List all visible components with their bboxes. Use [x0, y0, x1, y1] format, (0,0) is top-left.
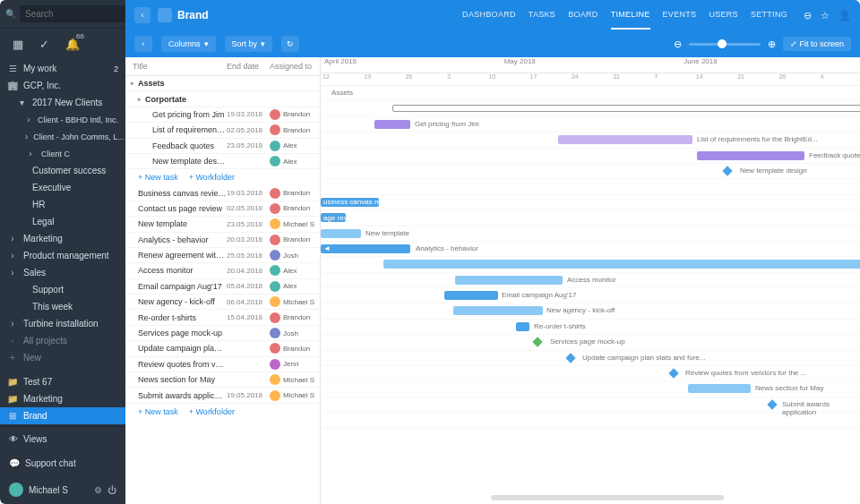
task-row[interactable]: List of requirements for the Brig...02.0… — [125, 123, 320, 138]
chevron-down-icon: ▾ — [204, 39, 209, 48]
new-task-button[interactable]: + New task — [138, 173, 178, 182]
task-row[interactable]: Contact us page review02.05.2018Brandon — [125, 201, 320, 217]
task-row[interactable]: Update campaign plan stats and for...Bra… — [125, 341, 320, 356]
sidebar-item[interactable]: Customer success — [0, 162, 125, 179]
views-link[interactable]: 👁 Views — [0, 427, 125, 451]
new-folder-button[interactable]: + Workfolder — [189, 407, 235, 416]
current-user[interactable]: Michael S ⚙⏻ — [0, 475, 125, 504]
sidebar-item[interactable]: ›Client C — [0, 145, 125, 162]
sidebar-item[interactable]: ☰My work2 — [0, 60, 125, 77]
task-row[interactable]: Feedback quotes23.05.2018Alex — [125, 139, 320, 154]
gantt-bar[interactable] — [558, 135, 692, 144]
sidebar-item[interactable]: ›Client - John Comms, L... — [0, 128, 125, 145]
task-row[interactable]: ▸Corportate — [125, 91, 320, 107]
bar-label: Feedback quotes — [809, 151, 860, 159]
scrollbar[interactable] — [491, 495, 724, 500]
milestone[interactable] — [668, 368, 678, 378]
fit-to-screen-button[interactable]: ⤢ Fit to screen — [783, 37, 851, 51]
task-row[interactable]: Review quotes from vendors for the ...Je… — [125, 357, 320, 372]
milestone[interactable] — [767, 399, 777, 409]
sort-button[interactable]: Sort by ▾ — [225, 36, 273, 52]
gantt-bar[interactable] — [688, 384, 751, 393]
star-icon[interactable]: ☆ — [821, 10, 830, 21]
task-row[interactable]: Business canvas review Q119.03.2018Brand… — [125, 185, 320, 201]
milestone[interactable] — [532, 337, 542, 347]
gear-icon[interactable]: ⚙ — [94, 485, 102, 495]
zoom-out-icon[interactable]: ⊖ — [674, 38, 682, 50]
sidebar-item[interactable]: ›Product management — [0, 247, 125, 264]
gantt-bar[interactable] — [444, 291, 498, 300]
milestone[interactable] — [722, 166, 732, 175]
gantt-bar[interactable]: age review — [321, 213, 346, 222]
tab[interactable]: TASKS — [529, 1, 555, 30]
sidebar-item[interactable]: HR — [0, 196, 125, 213]
gantt-bar[interactable] — [455, 276, 563, 285]
tab[interactable]: EVENTS — [663, 1, 697, 30]
expand-icon[interactable]: ▸ — [131, 80, 138, 87]
bar-label: Assets — [331, 89, 353, 97]
gantt-bar[interactable] — [392, 105, 860, 112]
gantt-bar[interactable] — [321, 229, 361, 238]
columns-button[interactable]: Columns ▾ — [161, 36, 216, 52]
sidebar-item[interactable]: Executive — [0, 179, 125, 196]
refresh-button[interactable]: ↻ — [281, 36, 299, 52]
task-row[interactable]: Services page mock-upJosh — [125, 326, 320, 341]
sidebar-item[interactable]: This week — [0, 298, 125, 315]
grid-icon[interactable]: ▦ — [13, 38, 23, 51]
sync-icon[interactable]: ⊖ — [804, 10, 812, 21]
task-title: List of requirements for the Brig... — [152, 125, 227, 134]
back-button[interactable]: ‹ — [134, 7, 150, 23]
task-row[interactable]: New template23.05.2018Michael S — [125, 217, 320, 232]
sidebar-item[interactable]: ›Client - BBHD Intl, Inc. — [0, 111, 125, 128]
sidebar-item[interactable]: +New — [0, 349, 125, 366]
collapse-button[interactable]: ‹ — [134, 36, 152, 52]
gantt-bar[interactable] — [383, 260, 860, 269]
support-chat[interactable]: 💬 Support chat — [0, 451, 125, 475]
task-row[interactable]: News section for MayMichael S — [125, 372, 320, 388]
gantt-bar[interactable] — [697, 151, 804, 160]
task-row[interactable]: Submit awards application19.05.2018Micha… — [125, 388, 320, 403]
sidebar-item[interactable]: 📁Test 67 — [0, 373, 125, 390]
sidebar-item[interactable]: ⊞Brand — [0, 407, 125, 424]
sidebar-item[interactable]: ▾2017 New Clients — [0, 94, 125, 111]
gantt-bar[interactable] — [516, 322, 529, 331]
sidebar-item[interactable]: 🏢GCP, Inc. — [0, 77, 125, 94]
expand-icon[interactable]: ▸ — [138, 96, 145, 103]
tab[interactable]: TIMELINE — [611, 1, 650, 30]
checkmark-icon[interactable]: ✓ — [39, 38, 49, 51]
task-row[interactable]: ▸Assets — [125, 76, 320, 91]
new-folder-button[interactable]: + Workfolder — [189, 173, 235, 182]
sidebar-item[interactable]: Support — [0, 281, 125, 298]
user-icon[interactable]: 👤 — [838, 10, 851, 21]
sidebar-item[interactable]: ›Sales — [0, 264, 125, 281]
sidebar-item[interactable]: ›Marketing — [0, 230, 125, 247]
tree-icon: › — [7, 251, 18, 261]
logout-icon[interactable]: ⏻ — [108, 485, 116, 495]
task-row[interactable]: Re-order t-shirts15.04.2018Brandon — [125, 310, 320, 325]
milestone[interactable] — [565, 353, 575, 363]
task-row[interactable]: Access monitor20.04.2018Alex — [125, 263, 320, 278]
gantt-bar[interactable]: usiness canvas review Q1 — [321, 198, 379, 207]
gantt-bar[interactable] — [374, 120, 410, 129]
zoom-slider[interactable] — [689, 43, 761, 46]
task-row[interactable]: Renew agreement with Brad25.05.2018Josh — [125, 248, 320, 263]
sidebar-item[interactable]: ◦All projects — [0, 332, 125, 349]
new-task-button[interactable]: + New task — [138, 407, 178, 416]
sidebar-item[interactable]: 📁Marketing — [0, 390, 125, 407]
sidebar-item[interactable]: Legal — [0, 213, 125, 230]
zoom-in-icon[interactable]: ⊕ — [768, 38, 776, 50]
task-row[interactable]: Analytics - behavior20.03.2018Brandon — [125, 233, 320, 248]
sidebar-item[interactable]: ›Turbine installation — [0, 315, 125, 332]
tab[interactable]: USERS — [709, 1, 738, 30]
task-row[interactable]: Email campaign Aug'1705.04.2018Alex — [125, 279, 320, 295]
task-row[interactable]: New template designAlex — [125, 154, 320, 169]
task-row[interactable]: Get pricing from Jim19.03.2018Brandon — [125, 107, 320, 123]
gantt-bar[interactable]: ◄ — [321, 244, 410, 253]
tab[interactable]: DASHBOARD — [462, 1, 516, 30]
timeline-row: List of requirements for the BrightEd... — [321, 132, 860, 148]
gantt-bar[interactable] — [453, 306, 543, 315]
tab[interactable]: BOARD — [568, 1, 598, 30]
tab[interactable]: SETTING — [751, 1, 787, 30]
bell-icon[interactable]: 🔔66 — [65, 38, 88, 51]
task-row[interactable]: New agency - kick-off06.04.2018Michael S — [125, 295, 320, 310]
